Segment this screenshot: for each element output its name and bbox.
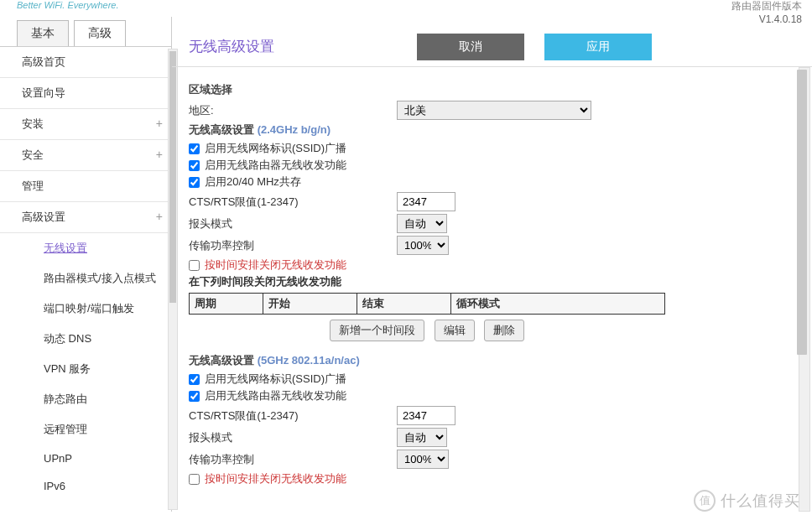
cts-input-24[interactable]	[397, 192, 455, 211]
cb-2040-coexist-label: 启用20/40 MHz共存	[205, 174, 301, 190]
th-period: 周期	[190, 294, 263, 315]
preamble-label-24: 报头模式	[189, 216, 397, 231]
scrollbar-thumb[interactable]	[797, 70, 807, 355]
sidebar-sub-remote[interactable]: 远程管理	[0, 414, 171, 445]
cb-radio-enable-5[interactable]	[189, 391, 200, 402]
th-loop: 循环模式	[451, 294, 665, 315]
cb-schedule-off-24[interactable]	[189, 260, 200, 271]
page-title: 无线高级设置	[189, 37, 274, 56]
sidebar: 基本 高级 高级首页 设置向导 安装+ 安全+ 管理 高级设置+ 无线设置 路由…	[0, 17, 172, 512]
cancel-button[interactable]: 取消	[417, 34, 524, 60]
cb-schedule-off-5[interactable]	[189, 474, 200, 485]
tab-advanced[interactable]: 高级	[74, 20, 126, 46]
version-label: 路由器固件版本	[731, 0, 802, 13]
band24-section-title: 无线高级设置 (2.4GHz b/g/n)	[189, 122, 795, 138]
preamble-select-5[interactable]: 自动	[397, 428, 447, 447]
sidebar-item-security[interactable]: 安全+	[0, 140, 171, 171]
cb-radio-enable-24[interactable]	[189, 160, 200, 171]
cb-ssid-broadcast-24[interactable]	[189, 143, 200, 154]
content-pane: 区域选择 地区: 北美 无线高级设置 (2.4GHz b/g/n) 启用无线网络…	[172, 67, 812, 512]
region-label: 地区:	[189, 103, 397, 118]
cts-label-24: CTS/RTS限值(1-2347)	[189, 195, 397, 210]
expand-icon: +	[156, 210, 163, 223]
region-section-title: 区域选择	[189, 82, 795, 97]
watermark: 值 什么值得买	[694, 490, 800, 512]
edit-period-button[interactable]: 编辑	[435, 320, 475, 341]
sidebar-item-admin[interactable]: 管理	[0, 171, 171, 202]
sidebar-sub-ipv6[interactable]: IPv6	[0, 472, 171, 500]
page-title-row: 无线高级设置 取消 应用	[172, 17, 812, 67]
cb-2040-coexist[interactable]	[189, 177, 200, 188]
sidebar-item-advanced-home[interactable]: 高级首页	[0, 47, 171, 78]
content-scrollbar[interactable]	[799, 67, 810, 512]
sidebar-item-advanced-settings[interactable]: 高级设置+	[0, 202, 171, 233]
sidebar-item-setup-wizard[interactable]: 设置向导	[0, 78, 171, 109]
cb-radio-enable-5-label: 启用无线路由器无线收发功能	[205, 388, 346, 403]
cb-ssid-broadcast-24-label: 启用无线网络标识(SSID)广播	[205, 141, 346, 156]
watermark-text: 什么值得买	[721, 491, 800, 511]
schedule-table-24: 周期 开始 结束 循环模式	[189, 293, 665, 315]
sidebar-sub-ddns[interactable]: 动态 DNS	[0, 324, 171, 354]
sidebar-sub-upnp[interactable]: UPnP	[0, 445, 171, 472]
watermark-icon: 值	[694, 490, 716, 512]
region-select[interactable]: 北美	[397, 101, 591, 120]
apply-button[interactable]: 应用	[544, 34, 652, 60]
cb-ssid-broadcast-5-label: 启用无线网络标识(SSID)广播	[205, 372, 346, 387]
cb-schedule-off-5-label: 按时间安排关闭无线收发功能	[205, 471, 346, 486]
sidebar-sub-static-route[interactable]: 静态路由	[0, 384, 171, 414]
txpower-label-5: 传输功率控制	[189, 452, 397, 467]
preamble-select-24[interactable]: 自动	[397, 214, 447, 233]
cb-schedule-off-24-label: 按时间安排关闭无线收发功能	[205, 257, 346, 273]
expand-icon: +	[156, 117, 163, 130]
sidebar-sub-wireless[interactable]: 无线设置	[0, 233, 171, 263]
tagline: Better WiFi. Everywhere.	[17, 0, 119, 10]
delete-period-button[interactable]: 删除	[484, 320, 524, 341]
th-end: 结束	[357, 294, 451, 315]
sidebar-list: 高级首页 设置向导 安装+ 安全+ 管理 高级设置+ 无线设置 路由器模式/接入…	[0, 46, 171, 512]
band5-section-title: 无线高级设置 (5GHz 802.11a/n/ac)	[189, 353, 795, 368]
cts-input-5[interactable]	[397, 406, 455, 425]
preamble-label-5: 报头模式	[189, 430, 397, 445]
tab-row: 基本 高级	[0, 17, 171, 46]
th-start: 开始	[263, 294, 357, 315]
schedule-note-24: 在下列时间段关闭无线收发功能	[189, 274, 795, 289]
tab-basic[interactable]: 基本	[17, 20, 69, 46]
txpower-select-5[interactable]: 100%	[397, 450, 449, 469]
expand-icon: +	[156, 148, 163, 161]
cb-ssid-broadcast-5[interactable]	[189, 374, 200, 385]
txpower-label-24: 传输功率控制	[189, 238, 397, 253]
txpower-select-24[interactable]: 100%	[397, 236, 449, 255]
add-period-button[interactable]: 新增一个时间段	[330, 320, 424, 341]
cts-label-5: CTS/RTS限值(1-2347)	[189, 408, 397, 424]
sidebar-sub-vpn[interactable]: VPN 服务	[0, 354, 171, 384]
sidebar-sub-port[interactable]: 端口映射/端口触发	[0, 294, 171, 324]
cb-radio-enable-24-label: 启用无线路由器无线收发功能	[205, 158, 346, 173]
sidebar-sub-mode[interactable]: 路由器模式/接入点模式	[0, 263, 171, 294]
sidebar-item-install[interactable]: 安装+	[0, 109, 171, 140]
